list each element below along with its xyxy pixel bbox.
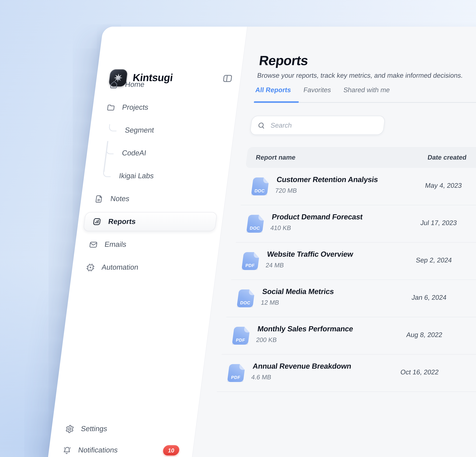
folder-icon: [106, 103, 116, 112]
chip-icon: [85, 263, 95, 272]
report-size: 4.6 MB: [251, 374, 272, 381]
desktop-background: Kintsugi Home: [0, 0, 476, 457]
file-icon: DOC: [251, 178, 269, 195]
report-size: 200 KB: [256, 336, 277, 344]
table-row[interactable]: DOC Social Media Metrics 12 MB Jan 6, 20…: [226, 280, 476, 317]
sidebar-item-settings[interactable]: Settings: [64, 421, 190, 436]
date-modified: Nov 22, 2024: [471, 331, 476, 339]
table-row[interactable]: DOC Customer Retention Analysis 720 MB M…: [241, 168, 476, 205]
report-name: Annual Revenue Breakdown: [252, 362, 352, 371]
search-input[interactable]: [269, 121, 378, 130]
bell-icon: [62, 446, 72, 455]
file-icon-fold: [263, 178, 269, 183]
notification-count-badge: 10: [162, 445, 180, 456]
report-size: 720 MB: [275, 187, 298, 194]
file-icon: PDF: [232, 327, 250, 345]
page-title: Reports: [258, 53, 309, 68]
sidebar-item-home[interactable]: Home: [109, 77, 234, 92]
report-name: Social Media Metrics: [262, 287, 334, 296]
date-created: Jul 17, 2023: [408, 219, 470, 227]
sidebar-item-label: Projects: [122, 103, 149, 112]
home-icon: [109, 80, 119, 89]
note-icon: [94, 195, 104, 203]
table-body: DOC Customer Retention Analysis 720 MB M…: [217, 168, 476, 392]
table-row[interactable]: PDF Monthly Sales Performance 200 KB Aug…: [221, 317, 476, 355]
file-icon-fold: [253, 252, 260, 258]
report-size: 12 MB: [261, 299, 280, 306]
file-type-label: PDF: [232, 338, 249, 342]
date-created: Jan 6, 2024: [398, 294, 460, 302]
file-icon-fold: [239, 364, 246, 370]
page-subtitle: Browse your reports, track key metrics, …: [257, 71, 463, 79]
file-type-label: DOC: [251, 188, 268, 193]
sidebar-item-automation[interactable]: Automation: [85, 260, 210, 275]
date-created: Aug 8, 2022: [393, 331, 455, 339]
sidebar-item-notes[interactable]: Notes: [94, 191, 219, 206]
sidebar-item-projects[interactable]: Projects: [106, 100, 231, 115]
file-icon: DOC: [246, 215, 264, 233]
table-header: Report name Date created Last modified S…: [246, 147, 476, 168]
date-created: Oct 16, 2022: [389, 368, 450, 376]
column-header-date-created[interactable]: Date created: [415, 147, 476, 168]
file-icon: PDF: [227, 364, 246, 382]
file-icon-fold: [249, 289, 255, 295]
column-header-report-name[interactable]: Report name: [255, 147, 297, 168]
sidebar-item-label: Notifications: [78, 446, 118, 454]
sidebar-item-label: Settings: [80, 425, 108, 433]
tabs: All Reports Favorites Shared with me: [255, 86, 390, 94]
tab-favorites[interactable]: Favorites: [303, 86, 332, 94]
tree-connector: [103, 141, 108, 172]
report-size: 24 MB: [265, 262, 284, 269]
gear-icon: [65, 424, 75, 433]
search-box[interactable]: [250, 116, 385, 135]
file-icon-fold: [244, 327, 250, 332]
bar-chart-icon: [92, 217, 102, 226]
sidebar-item-emails[interactable]: Emails: [88, 237, 213, 252]
report-name: Customer Retention Analysis: [276, 175, 378, 184]
table-row[interactable]: DOC Product Demand Forecast 410 KB Jul 1…: [236, 205, 476, 243]
sidebar-item-reports[interactable]: Reports: [83, 212, 217, 231]
file-icon-fold: [258, 215, 264, 220]
file-type-label: DOC: [246, 226, 263, 230]
sidebar-item-label: Emails: [104, 240, 127, 249]
envelope-icon: [88, 240, 98, 249]
file-type-label: PDF: [242, 263, 258, 268]
sidebar-subitem-segment[interactable]: Segment: [124, 125, 155, 135]
sidebar-item-label: Home: [125, 80, 145, 89]
tree-elbow: [103, 170, 111, 177]
sidebar-item-label: Reports: [108, 218, 136, 226]
report-name: Monthly Sales Performance: [257, 324, 354, 333]
report-name: Website Traffic Overview: [267, 250, 354, 259]
table-row[interactable]: PDF Annual Revenue Breakdown 4.6 MB Oct …: [217, 355, 476, 392]
sidebar-subitem-ikigai-labs[interactable]: Ikigai Labs: [119, 171, 154, 181]
date-modified: Oct 30, 2024: [467, 368, 476, 376]
file-type-label: DOC: [237, 300, 254, 305]
report-size: 410 KB: [270, 224, 291, 232]
date-created: May 4, 2023: [413, 182, 475, 190]
date-created: Sep 2, 2024: [403, 256, 465, 264]
tab-shared-with-me[interactable]: Shared with me: [343, 86, 390, 94]
file-type-label: PDF: [227, 375, 244, 380]
report-name: Product Demand Forecast: [271, 212, 363, 221]
tree-elbow: [108, 124, 117, 131]
app-window: Kintsugi Home: [46, 27, 476, 457]
tab-all-reports[interactable]: All Reports: [255, 86, 291, 94]
search-icon: [257, 121, 266, 129]
file-icon: PDF: [242, 252, 260, 270]
sidebar-subitem-codeai[interactable]: CodeAI: [121, 148, 147, 158]
file-icon: DOC: [237, 289, 255, 307]
sidebar-item-label: Notes: [110, 195, 130, 203]
table-row[interactable]: PDF Website Traffic Overview 24 MB Sep 2…: [231, 243, 476, 280]
active-tab-underline: [254, 101, 299, 103]
tree-elbow: [105, 147, 114, 154]
sidebar-item-label: Automation: [101, 263, 139, 271]
